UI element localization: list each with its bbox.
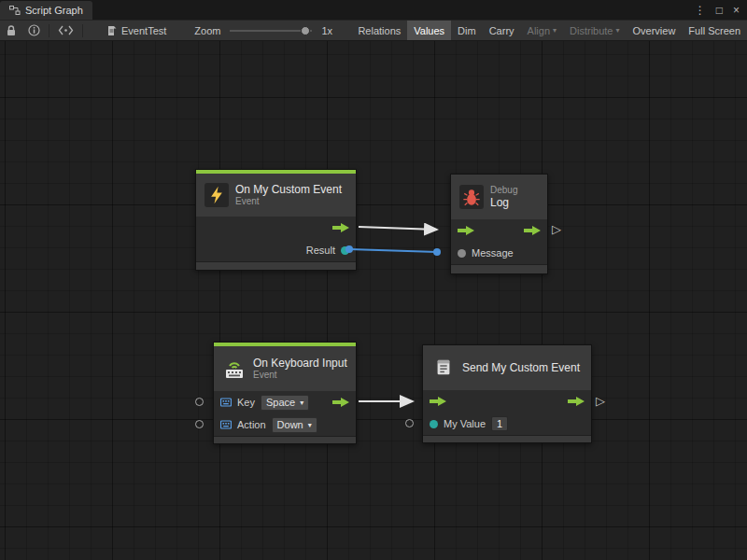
value-connection-endpoint [433,248,441,256]
chevron-down-icon: ▾ [308,421,312,429]
flow-input-port[interactable] [458,225,474,236]
align-label: Align [528,25,550,36]
port-row [451,219,547,242]
flow-output-port[interactable] [568,396,585,407]
zoom-value: 1x [321,25,332,36]
align-button[interactable]: Align ▾ [521,21,563,40]
carry-button[interactable]: Carry [483,21,521,40]
dim-button[interactable]: Dim [451,21,483,40]
node-on-keyboard-input[interactable]: On Keyboard Input Event Key Space ▾ [213,342,357,444]
key-external-port[interactable] [195,398,204,406]
my-value-text: 1 [497,418,502,429]
node-header[interactable]: On My Custom Event Event [196,174,356,217]
my-value-port-label: My Value [444,418,486,429]
node-footer [214,436,356,443]
port-row: Action Down ▾ [214,413,356,436]
zoom-slider-knob[interactable] [301,26,310,35]
key-type-icon [220,397,232,408]
zoom-label: Zoom [194,25,220,36]
menu-icon[interactable]: ⋮ [695,5,706,16]
node-on-my-custom-event[interactable]: On My Custom Event Event Result [195,169,357,271]
node-footer [423,435,591,442]
node-header[interactable]: Send My Custom Event [423,345,591,390]
carry-label: Carry [489,25,514,36]
message-port-label: Message [472,247,514,259]
distribute-label: Distribute [570,25,613,36]
toolbar-separator [82,24,83,37]
values-button[interactable]: Values [407,21,451,40]
graph-asset-button[interactable]: EventTest [101,21,172,40]
port-row [423,390,591,413]
action-dropdown-value: Down [277,419,303,430]
port-row: Key Space ▾ [214,391,356,413]
dim-label: Dim [458,25,476,36]
lock-icon [6,24,17,37]
chevron-down-icon: ▾ [616,26,620,35]
maximize-icon[interactable]: □ [716,5,723,16]
flow-input-port[interactable] [430,396,446,407]
my-value-input-field[interactable]: 1 [491,416,508,431]
action-external-port[interactable] [195,420,204,428]
toolbar-separator [49,24,49,37]
flow-output-port[interactable] [524,225,541,236]
overview-button[interactable]: Overview [627,21,683,40]
values-label: Values [414,25,444,36]
node-footer [451,264,547,273]
close-icon[interactable]: × [733,5,740,16]
script-asset-icon [106,25,118,36]
node-footer [196,261,356,270]
chevron-down-icon: ▾ [300,399,303,407]
custom-event-icon [431,356,456,380]
node-title: Log [490,196,517,209]
my-value-external-port[interactable] [405,419,414,427]
tab-script-graph[interactable]: Script Graph [0,1,92,20]
key-port-label: Key [237,397,255,408]
flow-output-port[interactable] [332,397,349,408]
graph-canvas[interactable]: On My Custom Event Event Result [0,41,747,560]
port-row: My Value 1 [423,413,591,435]
inspect-button[interactable] [22,21,46,40]
node-header[interactable]: On Keyboard Input Event [214,346,356,391]
value-connection [349,249,437,252]
toolbar-buttons: Relations Values Dim Carry Align ▾ Distr… [351,21,747,40]
key-dropdown-value: Space [266,397,295,408]
keyboard-icon [222,357,247,381]
graph-toolbar: EventTest Zoom 1x Relations Values Dim C… [0,20,747,41]
port-row [196,217,356,239]
key-dropdown[interactable]: Space ▾ [261,395,309,411]
node-title: On My Custom Event [235,183,342,196]
message-input-port[interactable] [458,249,466,258]
distribute-button[interactable]: Distribute ▾ [563,21,626,40]
zoom-slider[interactable] [230,30,312,32]
lock-button[interactable] [0,21,22,40]
tab-bar: Script Graph ⋮ □ × [0,0,747,20]
flow-output-port[interactable] [332,222,349,233]
chevron-down-icon: ▾ [553,26,557,35]
graph-name-label: EventTest [121,25,166,36]
node-send-my-custom-event[interactable]: Send My Custom Event My Value 1 [422,344,592,443]
code-view-button[interactable] [52,21,79,40]
overview-label: Overview [633,25,676,36]
port-row: Message [451,242,547,264]
node-group-label: Debug [490,185,517,196]
bug-icon [459,185,484,209]
node-subtitle: Event [235,196,342,207]
node-title: Send My Custom Event [462,361,580,374]
node-header[interactable]: Debug Log [451,175,547,219]
node-debug-log[interactable]: Debug Log Message [450,174,548,274]
relations-label: Relations [358,25,401,36]
graph-icon [9,5,21,16]
action-dropdown[interactable]: Down ▾ [272,417,317,433]
result-port-label: Result [306,245,335,256]
action-port-label: Action [237,419,266,430]
code-icon [58,25,74,35]
my-value-input-port[interactable] [430,420,438,428]
full-screen-button[interactable]: Full Screen [682,21,747,40]
flow-connection [359,227,437,230]
action-type-icon [220,419,232,430]
node-subtitle: Event [253,370,347,381]
result-output-port[interactable] [341,246,349,255]
port-row: Result [196,239,356,261]
zoom-control: Zoom 1x [189,21,338,40]
relations-button[interactable]: Relations [351,21,407,40]
